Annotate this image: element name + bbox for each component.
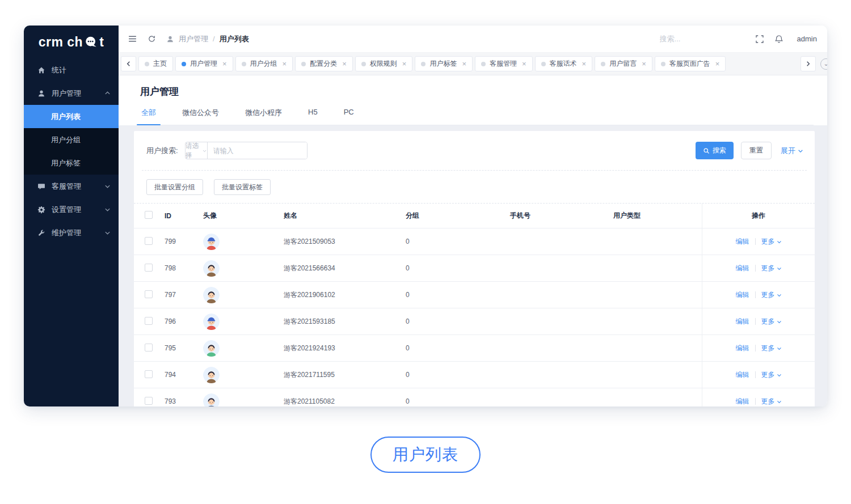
edit-link[interactable]: 编辑 [736, 344, 749, 353]
batch-set-tag-button[interactable]: 批量设置标签 [214, 179, 271, 195]
user-avatar [203, 260, 220, 277]
refresh-icon[interactable] [148, 35, 156, 43]
sidebar-item-user-groups[interactable]: 用户分组 [24, 128, 119, 151]
row-checkbox[interactable] [145, 370, 153, 378]
global-search-input[interactable] [660, 35, 745, 43]
filter-tab[interactable]: 微信公众号 [181, 108, 220, 125]
tabbar-tab[interactable]: 客服页面广告 × [655, 56, 726, 71]
tabbar-tab[interactable]: 用户管理 × [175, 56, 233, 71]
more-link[interactable]: 更多 [761, 397, 782, 406]
tabbar-tab[interactable]: 客服话术 × [535, 56, 593, 71]
edit-link[interactable]: 编辑 [736, 290, 749, 300]
edit-link[interactable]: 编辑 [736, 317, 749, 327]
edit-link[interactable]: 编辑 [736, 397, 749, 406]
more-link[interactable]: 更多 [761, 264, 782, 273]
sidebar-item-user-list[interactable]: 用户列表 [24, 105, 119, 128]
more-link[interactable]: 更多 [761, 344, 782, 353]
row-checkbox[interactable] [145, 290, 153, 298]
username[interactable]: admin [797, 35, 817, 43]
close-icon[interactable]: × [222, 60, 227, 67]
header-id: ID [159, 212, 196, 220]
chevron-down-icon [798, 148, 803, 154]
sidebar-item-maintenance-management[interactable]: 维护管理 [24, 221, 119, 244]
cell-group: 0 [406, 264, 510, 272]
edit-link[interactable]: 编辑 [736, 237, 749, 247]
hamburger-icon[interactable] [128, 34, 137, 44]
row-checkbox[interactable] [145, 264, 153, 272]
tabs-scroll-right-icon[interactable] [801, 56, 816, 71]
select-all-checkbox[interactable] [145, 211, 153, 219]
search-button-label: 搜索 [713, 146, 726, 155]
close-icon[interactable]: × [462, 60, 466, 67]
tab-label: 客服管理 [490, 59, 517, 69]
tabbar-tab[interactable]: 权限规则 × [355, 56, 413, 71]
reset-button[interactable]: 重置 [741, 142, 772, 159]
cell-group: 0 [406, 317, 510, 325]
filter-tab[interactable]: 微信小程序 [244, 108, 283, 125]
sidebar-item-user-tags[interactable]: 用户标签 [24, 151, 119, 175]
close-icon[interactable]: × [522, 60, 526, 67]
more-link[interactable]: 更多 [761, 290, 782, 300]
cell-id: 798 [159, 264, 196, 272]
expand-link-label: 展开 [781, 146, 795, 156]
tabbar-tab[interactable]: 主页 [138, 56, 173, 71]
more-link[interactable]: 更多 [761, 317, 782, 327]
close-icon[interactable]: × [642, 60, 646, 67]
edit-link[interactable]: 编辑 [736, 264, 749, 273]
cell-id: 797 [159, 291, 196, 299]
breadcrumb-parent[interactable]: 用户管理 [179, 34, 208, 44]
close-icon[interactable]: × [582, 60, 587, 67]
row-checkbox[interactable] [145, 237, 153, 245]
filter-tab[interactable]: H5 [307, 108, 319, 125]
close-icon[interactable]: × [342, 60, 347, 67]
row-checkbox[interactable] [145, 397, 153, 405]
divider [755, 345, 756, 351]
tab-label: 客服话术 [550, 59, 577, 69]
sidebar-item-service-management[interactable]: 客服管理 [24, 175, 119, 198]
more-link[interactable]: 更多 [761, 237, 782, 247]
expand-link[interactable]: 展开 [781, 146, 803, 156]
user-icon [166, 35, 174, 43]
tab-status-dot [145, 62, 149, 66]
home-icon [37, 66, 46, 74]
bell-icon[interactable] [774, 35, 783, 44]
tabbar-tab[interactable]: 用户分组 × [235, 56, 293, 71]
cell-id: 795 [159, 344, 196, 352]
sidebar-item-user-management[interactable]: 用户管理 [24, 82, 119, 105]
edit-link[interactable]: 编辑 [736, 370, 749, 380]
more-link[interactable]: 更多 [761, 370, 782, 380]
tab-status-dot [421, 62, 426, 66]
fullscreen-icon[interactable] [755, 35, 764, 44]
tabbar-tab[interactable]: 用户留言 × [595, 56, 652, 71]
filter-tab[interactable]: 全部 [140, 108, 157, 125]
header-avatar: 头像 [196, 211, 284, 221]
tabbar-tab[interactable]: 配置分类 × [295, 56, 353, 71]
row-checkbox[interactable] [145, 317, 153, 325]
cell-name: 游客2021906102 [284, 290, 406, 300]
close-icon[interactable]: × [715, 60, 720, 67]
chevron-down-icon [777, 346, 782, 351]
search-keyword-input[interactable] [208, 142, 307, 159]
tabbar-tab[interactable]: 用户标签 × [415, 56, 473, 71]
batch-actions-row: 批量设置分组 批量设置标签 [134, 171, 815, 203]
sidebar-subitem-label: 用户分组 [51, 135, 81, 145]
sidebar-item-settings-management[interactable]: 设置管理 [24, 198, 119, 221]
sidebar-item-statistics[interactable]: 统计 [24, 58, 119, 82]
logo-text-left: crm ch [39, 35, 83, 50]
tab-options-icon[interactable]: ⌄ [820, 58, 827, 70]
batch-set-group-button[interactable]: 批量设置分组 [146, 179, 203, 195]
search-button[interactable]: 搜索 [696, 142, 734, 159]
tabbar-tab[interactable]: 客服管理 × [475, 56, 533, 71]
search-field-select[interactable]: 请选择 [186, 142, 208, 159]
tab-status-dot [481, 62, 486, 66]
row-checkbox[interactable] [145, 344, 153, 351]
divider [755, 318, 756, 325]
app-logo: crm ch t [24, 26, 119, 58]
close-icon[interactable]: × [283, 60, 287, 67]
tabs-scroll-left-icon[interactable] [121, 56, 136, 71]
close-icon[interactable]: × [402, 60, 407, 67]
chevron-down-icon [203, 148, 207, 154]
breadcrumb-current: 用户列表 [220, 34, 249, 44]
divider [755, 398, 756, 405]
filter-tab[interactable]: PC [343, 108, 355, 125]
